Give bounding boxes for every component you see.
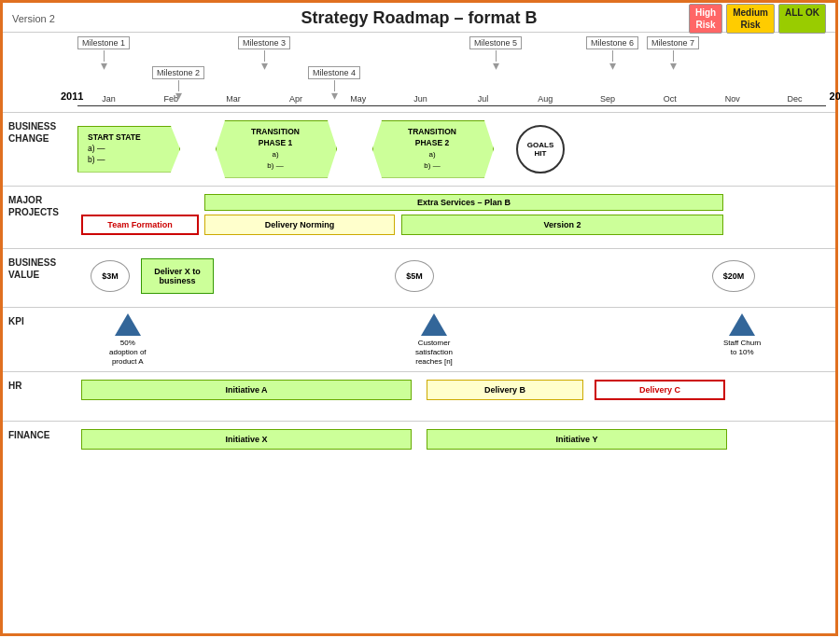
months-row: 2011 Jan Feb Mar Apr May Jun Jul Aug Sep… <box>77 94 826 106</box>
business-change-content: START STATEa) —b) — TRANSITIONPHASE 1a)b… <box>77 117 835 182</box>
high-risk-badge: HighRisk <box>689 4 722 34</box>
business-value-label: BUSINESSVALUE <box>3 253 77 281</box>
kpi-2-label: Customersatisfactionreaches [n] <box>415 339 453 368</box>
kpi-3-triangle <box>729 313 755 336</box>
delivery-norming-bar: Delivery Norming <box>204 215 395 235</box>
kpi-3-label: Staff Churnto 10% <box>723 339 761 358</box>
kpi-label: KPI <box>3 312 77 327</box>
hr-content: Initiative A Delivery B Delivery C <box>77 376 835 417</box>
team-formation-bar: Team Formation <box>81 215 199 235</box>
kpi-3: Staff Churnto 10% <box>723 313 761 358</box>
goals-hit: GOALSHIT <box>516 125 565 173</box>
hr-container: Initiative A Delivery B Delivery C <box>77 380 835 406</box>
kpi-content: 50%adoption ofproduct A Customersatisfac… <box>77 312 835 368</box>
value-5m: $5M <box>395 260 434 292</box>
month-oct: Oct <box>638 94 701 104</box>
initiative-a-bar: Initiative A <box>81 380 412 400</box>
month-jan: Jan <box>77 94 140 104</box>
risk-badges: HighRisk MediumRisk ALL OK <box>689 4 826 34</box>
month-nov: Nov <box>701 94 763 104</box>
transition-phase-2: TRANSITIONPHASE 2a)b) — <box>372 120 494 178</box>
medium-risk-badge: MediumRisk <box>726 4 775 34</box>
extra-services-bar: Extra Services – Plan B <box>204 194 723 211</box>
kpi-1: 50%adoption ofproduct A <box>109 313 147 368</box>
month-aug: Aug <box>514 94 577 104</box>
finance-content: Initiative X Initiative Y <box>77 425 835 466</box>
value-20m: $20M <box>712 260 755 292</box>
initiative-y-bar: Initiative Y <box>427 429 727 450</box>
business-change-section: BUSINESSCHANGE START STATEa) —b) — TRANS… <box>3 112 835 186</box>
value-deliver-x: Deliver X tobusiness <box>141 258 214 294</box>
kpi-section: KPI 50%adoption ofproduct A Customersati… <box>3 307 835 371</box>
initiative-x-bar: Initiative X <box>81 429 412 450</box>
hr-section: HR Initiative A Delivery B Delivery C <box>3 371 835 421</box>
major-projects-label: MAJORPROJECTS <box>3 190 77 218</box>
month-may: May <box>327 94 389 104</box>
month-mar: Mar <box>203 94 265 104</box>
business-value-section: BUSINESSVALUE $3M Deliver X tobusiness $… <box>3 248 835 307</box>
finance-container: Initiative X Initiative Y <box>77 429 835 455</box>
month-sep: Sep <box>577 94 639 104</box>
milestones-bottom-row: Milestone 2 ▾ Milestone 4 ▾ <box>77 66 826 94</box>
delivery-b-bar: Delivery B <box>427 380 583 400</box>
start-state: START STATEa) —b) — <box>77 126 180 173</box>
all-ok-badge: ALL OK <box>778 4 826 34</box>
kpi-1-triangle <box>115 313 141 336</box>
timeline-area: Milestone 1 ▾ Milestone 3 ▾ Milestone 5 … <box>3 33 835 112</box>
month-dec: Dec <box>763 94 826 104</box>
kpi-2-triangle <box>421 313 447 336</box>
finance-label: FINANCE <box>3 425 77 441</box>
finance-section: FINANCE Initiative X Initiative Y <box>3 421 835 470</box>
main-container: Version 2 Strategy Roadmap – format B Hi… <box>0 0 838 636</box>
page-title: Strategy Roadmap – format B <box>301 8 537 28</box>
year-2012: 2012 <box>830 90 840 102</box>
transition-phase-1: TRANSITIONPHASE 1a)b) — <box>216 120 337 178</box>
delivery-c-bar: Delivery C <box>595 380 725 400</box>
kpi-1-label: 50%adoption ofproduct A <box>109 339 147 368</box>
major-projects-content: Extra Services – Plan B Team Formation D… <box>77 190 835 244</box>
kpi-container: 50%adoption ofproduct A Customersatisfac… <box>77 312 835 368</box>
year-2011: 2011 <box>61 90 83 102</box>
hr-label: HR <box>3 376 77 392</box>
version-label: Version 2 <box>12 13 55 24</box>
month-apr: Apr <box>264 94 327 104</box>
value-3m: $3M <box>91 260 130 292</box>
business-change-label: BUSINESSCHANGE <box>3 117 77 145</box>
month-jun: Jun <box>389 94 452 104</box>
month-jul: Jul <box>452 94 514 104</box>
business-value-content: $3M Deliver X tobusiness $5M $20M <box>77 253 835 303</box>
major-projects-section: MAJORPROJECTS Extra Services – Plan B Te… <box>3 186 835 248</box>
kpi-2: Customersatisfactionreaches [n] <box>415 313 453 368</box>
month-feb: Feb <box>140 94 203 104</box>
version-2-bar: Version 2 <box>401 215 723 235</box>
header: Version 2 Strategy Roadmap – format B Hi… <box>3 3 835 33</box>
milestones-top-row: Milestone 1 ▾ Milestone 3 ▾ Milestone 5 … <box>77 36 826 64</box>
